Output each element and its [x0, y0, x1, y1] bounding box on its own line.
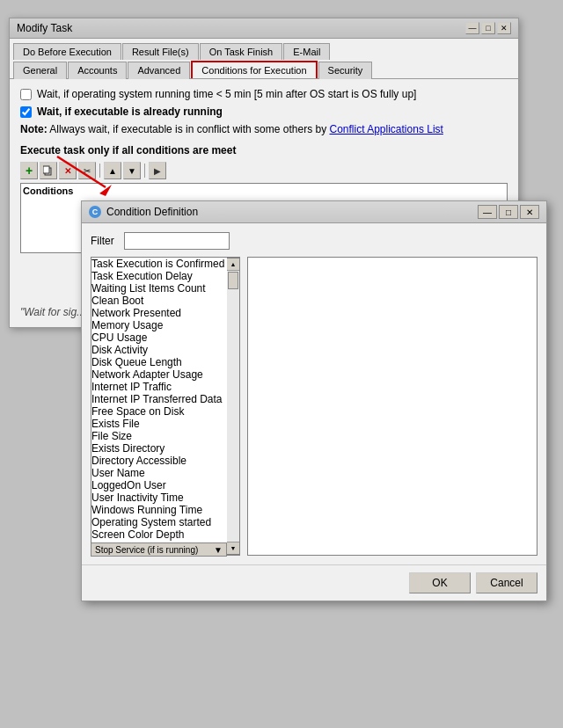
list-item[interactable]: Task Execution Delay	[91, 270, 227, 282]
list-item[interactable]: User Inactivity Time	[91, 491, 227, 504]
tab-result-files[interactable]: Result File(s)	[122, 43, 199, 60]
dialog-maximize-button[interactable]: □	[499, 205, 518, 219]
conflict-applications-link[interactable]: Conflict Applications List	[329, 123, 442, 135]
toolbar-separator	[99, 164, 100, 178]
tab-email[interactable]: E-Mail	[283, 43, 330, 60]
tab-do-before[interactable]: Do Before Execution	[13, 43, 121, 60]
list-item[interactable]: Exists File	[91, 418, 227, 430]
cancel-button[interactable]: Cancel	[476, 572, 537, 593]
list-item[interactable]: CPU Usage	[91, 331, 227, 344]
note-row: Note: Allways wait, if executable is in …	[20, 123, 508, 135]
copy-condition-button[interactable]	[40, 162, 57, 179]
add-condition-button[interactable]: +	[20, 162, 38, 179]
scroll-down-button[interactable]: ▼	[227, 542, 239, 554]
list-item[interactable]: Task Execution is Confirmed	[91, 258, 227, 270]
modify-task-titlebar: Modify Task — □ ✕	[10, 18, 518, 39]
modify-task-window-controls: — □ ✕	[465, 22, 511, 34]
list-item[interactable]: Network Adapter Usage	[91, 368, 227, 381]
dropdown-arrow-icon: ▼	[214, 545, 223, 555]
condition-list-outer: Task Execution is ConfirmedTask Executio…	[91, 257, 240, 556]
toolbar-separator-2	[144, 164, 145, 178]
checkbox-wait-os[interactable]	[20, 89, 32, 100]
condition-dialog-content: Filter Task Execution is ConfirmedTask E…	[82, 223, 546, 564]
list-item[interactable]: Clean Boot	[91, 295, 227, 307]
list-item[interactable]: Windows Running Time	[91, 504, 227, 516]
condition-dialog-controls: — □ ✕	[478, 205, 539, 219]
filter-input[interactable]	[124, 232, 230, 250]
condition-definition-dialog: C Condition Definition — □ ✕ Filter Task…	[81, 200, 547, 601]
play-button[interactable]: ▶	[149, 162, 166, 179]
checkbox-wait-os-row: Wait, if operating system running time <…	[20, 88, 508, 100]
dropdown-text: Stop Service (if is running)	[95, 545, 198, 555]
svg-rect-1	[43, 166, 49, 173]
note-prefix: Note:	[20, 123, 48, 135]
scroll-up-button[interactable]: ▲	[227, 258, 239, 271]
checkbox-wait-executable-row: Wait, if executable is already running	[20, 106, 508, 118]
tab-conditions[interactable]: Conditions for Execution	[191, 61, 317, 78]
minimize-button[interactable]: —	[465, 22, 479, 34]
list-item[interactable]: Network Presented	[91, 307, 227, 319]
execute-section-title: Execute task only if all conditions are …	[20, 144, 508, 157]
tab-advanced[interactable]: Advanced	[128, 62, 190, 79]
cut-condition-button[interactable]: ✂	[78, 162, 96, 179]
list-item[interactable]: Exists Directory	[91, 442, 227, 455]
list-item[interactable]: Disk Activity	[91, 344, 227, 356]
list-item[interactable]: Directory Accessible	[91, 455, 227, 467]
condition-dialog-title: Condition Definition	[106, 206, 198, 218]
tab-general[interactable]: General	[13, 62, 67, 79]
dialog-body: Task Execution is ConfirmedTask Executio…	[91, 257, 537, 556]
checkbox-wait-os-label: Wait, if operating system running time <…	[37, 88, 416, 100]
list-item[interactable]: Waiting List Items Count	[91, 282, 227, 295]
list-item[interactable]: Disk Queue Length	[91, 356, 227, 368]
conditions-toolbar: + ✕ ✂ ▲ ▼ ▶	[20, 162, 508, 179]
list-item[interactable]: Memory Usage	[91, 319, 227, 331]
condition-list-wrapper: Task Execution is ConfirmedTask Executio…	[91, 257, 240, 556]
condition-list-scrollbar[interactable]: ▲ ▼	[227, 258, 239, 555]
scroll-track	[227, 271, 239, 542]
condition-dialog-titlebar: C Condition Definition — □ ✕	[82, 201, 546, 223]
tab-accounts[interactable]: Accounts	[68, 62, 127, 79]
dialog-minimize-button[interactable]: —	[478, 205, 497, 219]
condition-dialog-icon: C	[89, 206, 101, 218]
ok-button[interactable]: OK	[409, 572, 471, 593]
filter-label: Filter	[91, 235, 117, 247]
delete-condition-button[interactable]: ✕	[59, 162, 77, 179]
tab-security[interactable]: Security	[318, 62, 373, 79]
checkbox-wait-executable-label: Wait, if executable is already running	[37, 106, 223, 118]
tab-bar: Do Before Execution Result File(s) On Ta…	[10, 39, 518, 79]
condition-detail-panel	[247, 257, 537, 556]
move-down-button[interactable]: ▼	[123, 162, 141, 179]
list-item[interactable]: File Size	[91, 430, 227, 442]
dialog-footer: OK Cancel	[82, 564, 546, 601]
tab-row-1: Do Before Execution Result File(s) On Ta…	[13, 42, 515, 59]
modify-task-title: Modify Task	[17, 22, 72, 34]
dialog-close-button[interactable]: ✕	[520, 205, 539, 219]
condition-items-list: Task Execution is ConfirmedTask Executio…	[91, 258, 227, 555]
list-item[interactable]: Internet IP Transferred Data	[91, 393, 227, 405]
tab-row-2: General Accounts Advanced Conditions for…	[13, 61, 515, 78]
dropdown-last-item[interactable]: Stop Service (if is running) ▼	[91, 542, 227, 557]
list-item[interactable]: Internet IP Traffic	[91, 381, 227, 393]
list-item[interactable]: Free Space on Disk	[91, 405, 227, 418]
close-button[interactable]: ✕	[497, 22, 511, 34]
list-item[interactable]: Operating System started	[91, 516, 227, 528]
scroll-thumb[interactable]	[228, 272, 238, 289]
list-item[interactable]: LoggedOn User	[91, 479, 227, 491]
list-item[interactable]: User Name	[91, 467, 227, 479]
list-item[interactable]: Screen Color Depth	[91, 528, 227, 541]
note-text: Allways wait, if executable is in confli…	[49, 123, 329, 135]
filter-row: Filter	[91, 232, 537, 250]
condition-dialog-title-area: C Condition Definition	[89, 206, 198, 218]
move-up-button[interactable]: ▲	[104, 162, 121, 179]
tab-on-task-finish[interactable]: On Task Finish	[200, 43, 283, 60]
checkbox-wait-executable[interactable]	[20, 106, 32, 118]
condition-list-container: Task Execution is ConfirmedTask Executio…	[91, 258, 227, 555]
conditions-header: Conditions	[23, 186, 73, 196]
maximize-button[interactable]: □	[481, 22, 495, 34]
